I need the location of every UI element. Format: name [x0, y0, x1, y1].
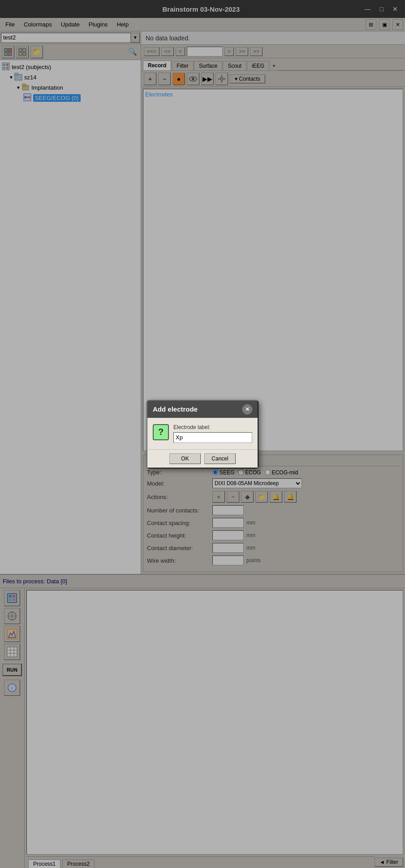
modal-footer: OK Cancel [147, 449, 258, 468]
modal-title: Add electrode [153, 405, 198, 413]
ok-button[interactable]: OK [169, 453, 201, 464]
modal-question-icon: ? [153, 424, 169, 440]
modal-close-button[interactable]: ✕ [242, 404, 252, 414]
modal-body: ? Electrode label: [147, 418, 258, 449]
add-electrode-modal: Add electrode ✕ ? Electrode label: OK Ca… [146, 400, 259, 469]
modal-overlay: Add electrode ✕ ? Electrode label: OK Ca… [0, 0, 405, 868]
cancel-button[interactable]: Cancel [204, 453, 236, 464]
electrode-label-input[interactable] [173, 432, 252, 443]
electrode-label-label: Electrode label: [173, 424, 252, 430]
modal-header: Add electrode ✕ [147, 401, 258, 418]
modal-content: Electrode label: [173, 424, 252, 443]
